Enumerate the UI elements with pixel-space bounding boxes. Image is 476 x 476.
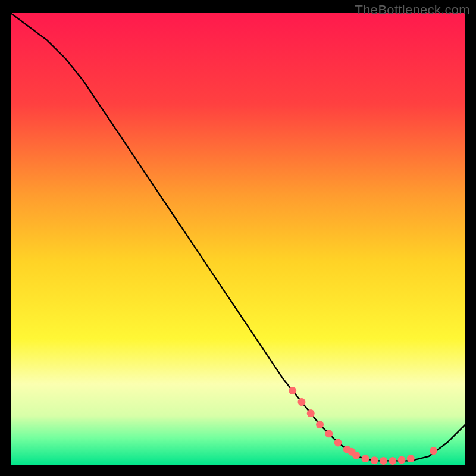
marker-point — [298, 398, 305, 406]
marker-point — [325, 430, 333, 437]
marker-point — [289, 387, 296, 394]
plot-area — [11, 13, 465, 465]
marker-point — [398, 456, 406, 464]
chart-svg — [11, 13, 465, 465]
marker-point — [352, 452, 360, 459]
chart-frame: TheBottleneck.com — [0, 0, 476, 476]
marker-point — [430, 447, 437, 455]
marker-point — [371, 456, 378, 464]
marker-point — [407, 455, 415, 462]
watermark-text: TheBottleneck.com — [355, 2, 470, 18]
marker-point — [361, 455, 369, 462]
marker-point — [316, 421, 324, 428]
marker-point — [334, 439, 342, 447]
marker-point — [307, 409, 315, 417]
marker-point — [389, 457, 396, 465]
chart-background — [11, 13, 465, 465]
marker-point — [380, 457, 387, 465]
